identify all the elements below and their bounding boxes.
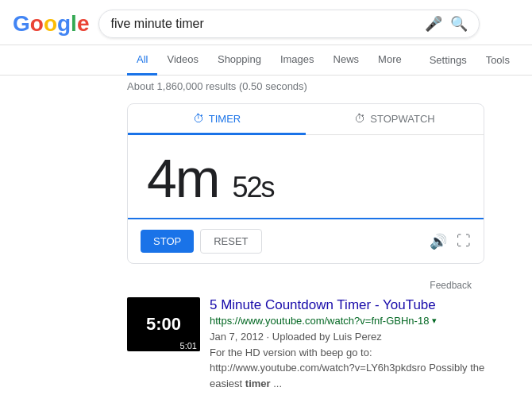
result-url-1: https://www.youtube.com/watch?v=fnf-GBHn… [210,315,519,327]
search-icons: 🎤 🔍 [425,15,468,33]
nav-settings[interactable]: Settings [420,46,476,74]
nav-tools[interactable]: Tools [476,46,519,74]
timer-minutes: 4m [147,148,218,208]
search-input[interactable]: five minute timer [110,17,418,31]
nav-item-more[interactable]: More [368,45,411,76]
result-thumbnail-1: 5:00 5:01 [127,297,200,351]
timer-tab-icon: ⏱ [193,112,204,125]
main-content: ⏱ TIMER ⏱ STOPWATCH 4m 52s STOP RESET 🔊 … [0,97,532,399]
result-text-1: 5 Minute Countdown Timer - YouTube https… [210,297,519,391]
stop-button[interactable]: STOP [141,230,194,253]
nav-item-shopping[interactable]: Shopping [208,45,271,76]
stopwatch-tab-icon: ⏱ [354,112,365,125]
results-info: About 1,860,000 results (0.50 seconds) [0,76,532,97]
result-title-1[interactable]: 5 Minute Countdown Timer - YouTube [210,297,519,313]
nav-item-videos[interactable]: Videos [157,45,208,76]
timer-widget: ⏱ TIMER ⏱ STOPWATCH 4m 52s STOP RESET 🔊 … [127,103,484,264]
google-logo: Google [13,11,89,37]
timer-tabs: ⏱ TIMER ⏱ STOPWATCH [128,104,484,135]
thumbnail-time-display: 5:00 [146,314,181,335]
search-icon[interactable]: 🔍 [450,15,468,33]
nav-item-images[interactable]: Images [271,45,324,76]
tab-timer[interactable]: ⏱ TIMER [128,104,306,135]
result-url-arrow-1: ▾ [432,316,437,326]
thumbnail-duration-1: 5:01 [177,340,200,351]
timer-tab-label: TIMER [209,113,241,125]
tab-stopwatch[interactable]: ⏱ STOPWATCH [306,104,484,135]
nav-bar: All Videos Shopping Images News More Set… [0,45,532,76]
result-desc-1: Jan 7, 2012 · Uploaded by Luis PerezFor … [210,329,519,391]
feedback-link[interactable]: Feedback [127,277,484,297]
stopwatch-tab-label: STOPWATCH [370,113,434,125]
timer-display: 4m 52s [128,135,484,219]
nav-item-all[interactable]: All [127,45,157,76]
header: Google five minute timer 🎤 🔍 [0,0,532,45]
result-item: 5:00 5:01 5 Minute Countdown Timer - You… [127,297,519,391]
timer-seconds: 52s [232,171,273,203]
fullscreen-icon[interactable]: ⛶ [457,233,471,250]
result-content: 5:00 5:01 5 Minute Countdown Timer - You… [127,297,519,391]
reset-button[interactable]: RESET [200,229,261,254]
result-url-text-1: https://www.youtube.com/watch?v=fnf-GBHn… [210,315,429,327]
nav-item-news[interactable]: News [324,45,369,76]
microphone-icon[interactable]: 🎤 [425,15,442,33]
search-bar: five minute timer 🎤 🔍 [98,10,480,38]
timer-time: 4m 52s [147,151,465,205]
sound-icon[interactable]: 🔊 [430,233,447,250]
timer-controls: STOP RESET 🔊 ⛶ [128,219,484,263]
